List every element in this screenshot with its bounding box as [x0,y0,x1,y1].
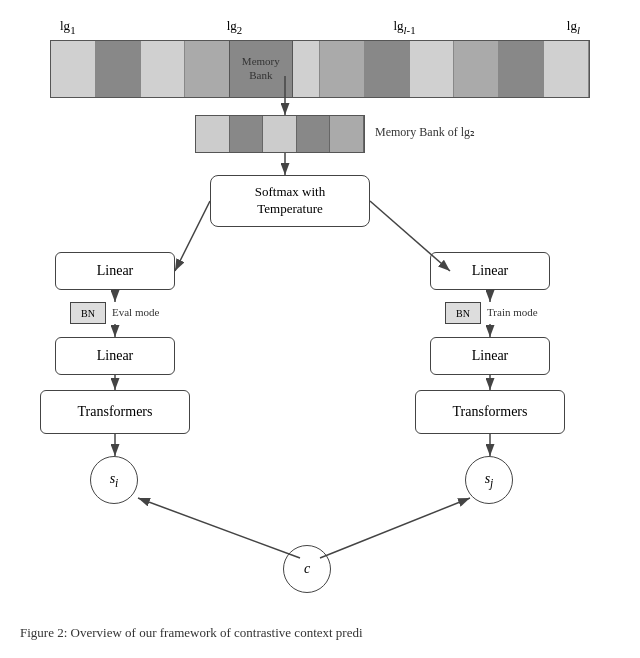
transformers-left: Transformers [40,390,190,434]
mb-lg2-cell-2 [230,116,264,152]
svg-line-3 [175,201,210,271]
lgl1-label: lgl-1 [393,18,415,36]
transformers-right: Transformers [415,390,565,434]
linear-left-bottom: Linear [55,337,175,375]
lg2-label: lg2 [227,18,243,36]
mb-lg2-cell-1 [196,116,230,152]
softmax-box: Softmax withTemperature [210,175,370,227]
lg-labels: lg1 lg2 lgl-1 lgl [50,18,590,36]
train-mode-label: Train mode [487,306,538,318]
mb-cell-9 [410,41,455,97]
circle-c: c [283,545,331,593]
mb-lg2-label: Memory Bank of lg₂ [375,125,475,140]
mb-cell-12 [544,41,589,97]
mb-cell-3 [141,41,186,97]
svg-line-13 [138,498,300,558]
mb-cell-10 [454,41,499,97]
mb-lg2-cell-5 [330,116,364,152]
mb-cell-1 [51,41,96,97]
figure-caption: Figure 2: Overview of our framework of c… [20,625,363,641]
softmax-label: Softmax withTemperature [255,184,325,218]
linear-right-bottom: Linear [430,337,550,375]
diagram: lg1 lg2 lgl-1 lgl MemoryBank Memory B [0,0,640,620]
mb-cell-2 [96,41,141,97]
mb-cell-11 [499,41,544,97]
mb-lg2-bar [195,115,365,153]
mb-cell-7 [320,41,365,97]
linear-left-top: Linear [55,252,175,290]
mb-lg2-cell-3 [263,116,297,152]
c-label: c [304,561,310,577]
lg1-label: lg1 [60,18,76,36]
mb-lg2-cell-4 [297,116,331,152]
eval-mode-label: Eval mode [112,306,159,318]
bn-right: BN [445,302,481,324]
memory-bank-bar: MemoryBank [50,40,590,98]
circle-si: si [90,456,138,504]
mb-cell-4 [185,41,230,97]
memory-bank-container: lg1 lg2 lgl-1 lgl MemoryBank [50,18,590,98]
sj-label: sj [485,471,494,490]
linear-right-top: Linear [430,252,550,290]
si-label: si [110,471,119,490]
bn-left: BN [70,302,106,324]
lgl-label: lgl [567,18,580,36]
svg-line-14 [320,498,470,558]
circle-sj: sj [465,456,513,504]
mb-cell-8 [365,41,410,97]
memory-bank-label: MemoryBank [229,41,294,97]
